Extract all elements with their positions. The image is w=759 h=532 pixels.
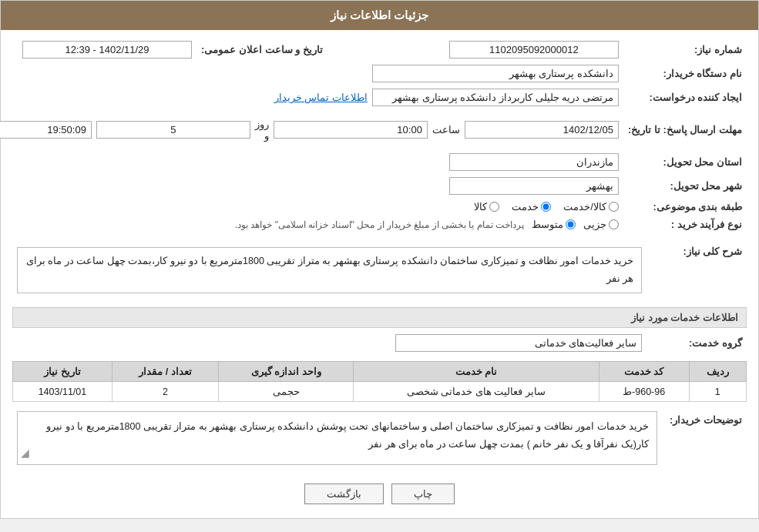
creator-field: مرتضی دریه جلیلی کاربرداز دانشکده پرستار… [372,89,619,106]
radio-kala[interactable]: کالا [474,201,499,212]
cell-quantity: 2 [112,382,218,402]
cell-row: 1 [689,382,746,402]
col-header-unit: واحد اندازه گیری [219,362,354,382]
buyer-desc-table: توضیحات خریدار: خرید خدمات امور نظافت و … [12,408,747,468]
time-label: ساعت [432,124,460,136]
label-buyer-desc: توضیحات خریدار: [662,408,747,468]
value-request-number: 1102095092000012 [327,38,623,62]
radio-jozvi-label: جزیی [583,219,606,230]
buyer-desc-box: خرید خدمات امور نظافت و تمیزکاری ساختمان… [17,411,657,465]
button-row: چاپ بازگشت [12,474,747,510]
value-delivery-province: مازندران [0,150,623,174]
cell-name: سایر فعالیت های خدماتی شخصی [353,382,599,402]
radio-kala-label: کالا [474,201,487,212]
radio-khadamat-label: خدمت [512,201,539,212]
label-creator: ایجاد کننده درخواست: [623,85,747,109]
buyer-desc-text: خرید خدمات امور نظافت و تمیزکاری ساختمان… [46,421,649,450]
radio-kala-khadamat-label: کالا/خدمت [563,201,606,212]
response-date-field: 1402/12/05 [465,121,619,139]
radio-kala-input[interactable] [489,202,499,212]
value-buyer-desc: خرید خدمات امور نظافت و تمیزکاری ساختمان… [12,408,662,468]
radio-mottavaset-label: متوسط [532,219,563,230]
label-buyer-org: نام دستگاه خریدار: [623,62,747,85]
service-group-field: سایر فعالیت‌های خدماتی [395,334,642,352]
page-title: جزئیات اطلاعات نیاز [331,8,428,22]
col-header-date: تاریخ نیاز [13,362,113,382]
print-button[interactable]: چاپ [391,483,455,504]
value-delivery-city: بهشهر [0,174,623,198]
label-delivery-province: استان محل تحویل: [623,150,747,174]
section-service-info: اطلاعات خدمات مورد نیاز [12,307,747,328]
radio-mottavaset-input[interactable] [566,219,576,229]
value-process-type: جزیی متوسط پرداخت تمام یا بخشی از مبلغ خ… [0,216,623,233]
radio-mottavaset[interactable]: متوسط [532,219,576,230]
service-group-table: گروه خدمت: سایر فعالیت‌های خدماتی [12,331,747,355]
value-creator: مرتضی دریه جلیلی کاربرداز دانشکده پرستار… [0,85,623,109]
value-service-group: سایر فعالیت‌های خدماتی [12,331,646,355]
cell-code: 960-96-ط [599,382,689,402]
cell-date: 1403/11/01 [13,382,113,402]
request-number-field: 1102095092000012 [449,41,619,59]
page-header: جزئیات اطلاعات نیاز [1,1,758,30]
label-general-desc: شرح کلی نیاز: [646,239,747,301]
value-general-desc: خرید خدمات امور نظافت و تمیزکاری ساختمان… [12,239,646,301]
radio-jozvi-input[interactable] [609,219,619,229]
delivery-city-field: بهشهر [449,177,619,195]
radio-jozvi[interactable]: جزیی [583,219,619,230]
general-desc-table: شرح کلی نیاز: خرید خدمات امور نظافت و تم… [12,239,747,301]
col-header-code: کد خدمت [599,362,689,382]
label-service-group: گروه خدمت: [646,331,747,355]
content-area: شماره نیاز: 1102095092000012 تاریخ و ساع… [1,30,758,518]
radio-kala-khadamat[interactable]: کالا/خدمت [563,201,619,212]
cell-unit: حجمی [219,382,354,402]
days-label: روز و [255,119,269,142]
label-delivery-city: شهر محل تحویل: [623,174,747,198]
label-request-number: شماره نیاز: [623,38,747,62]
radio-kala-khadamat-input[interactable] [609,202,619,212]
col-header-name: نام خدمت [353,362,599,382]
label-process-type: نوع فرآیند خرید : [623,216,747,233]
delivery-province-field: مازندران [449,153,619,171]
label-category: طبقه بندی موضوعی: [623,198,747,216]
announce-datetime-field: 1402/11/29 - 12:39 [22,41,192,59]
table-row: 1960-96-طسایر فعالیت های خدماتی شخصیحجمی… [13,382,747,402]
services-table: ردیف کد خدمت نام خدمت واحد اندازه گیری ت… [12,361,747,402]
value-category: کالا/خدمت خدمت کالا [0,198,623,216]
label-announce-datetime: تاریخ و ساعت اعلان عمومی: [196,38,327,62]
info-table-top: شماره نیاز: 1102095092000012 تاریخ و ساع… [0,38,747,233]
buyer-org-field: دانشکده پرستاری بهشهر [372,65,619,82]
response-time-field: 10:00 [274,121,428,139]
response-remaining-field: 19:50:09 [0,121,92,139]
value-announce-datetime: 1402/11/29 - 12:39 [0,38,196,62]
col-header-qty: تعداد / مقدار [112,362,218,382]
general-desc-box: خرید خدمات امور نظافت و تمیزکاری ساختمان… [17,247,642,293]
response-days-field: 5 [96,121,250,139]
value-buyer-org: دانشکده پرستاری بهشهر [0,62,623,85]
page-wrapper: جزئیات اطلاعات نیاز شماره نیاز: 11020950… [0,0,759,519]
process-type-note: پرداخت تمام یا بخشی از مبلغ خریدار از مح… [235,219,524,230]
col-header-row: ردیف [689,362,746,382]
label-response-deadline: مهلت ارسال پاسخ: تا تاریخ: [623,109,747,150]
resize-handle-icon: ◢ [21,443,29,463]
contact-info-link[interactable]: اطلاعات تماس خریدار [274,92,368,103]
radio-khadamat-input[interactable] [541,202,551,212]
radio-khadamat[interactable]: خدمت [512,201,551,212]
value-response-deadline: 1402/12/05 ساعت 10:00 روز و 5 19:50:09 س… [0,109,623,150]
back-button[interactable]: بازگشت [304,483,384,504]
